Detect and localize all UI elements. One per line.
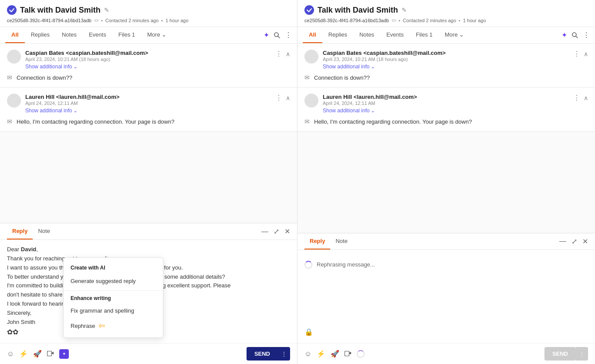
- date-2-left: April 24, 2024, 12:11 AM: [25, 101, 271, 106]
- rocket-icon-right[interactable]: 🚀: [331, 350, 339, 358]
- message-card-1-left: Caspian Bates <caspian.bateshill@mail.co…: [0, 44, 297, 88]
- tab-all-right[interactable]: All: [303, 27, 322, 43]
- generate-reply-item[interactable]: Generate suggested reply: [64, 274, 163, 288]
- right-panel: Talk with David Smith ✎ ce2505d8-392c-4f…: [298, 0, 595, 364]
- tab-more-left[interactable]: More ⌄: [141, 27, 172, 43]
- tab-notes-right[interactable]: Notes: [353, 27, 380, 43]
- avatar-2-right: [304, 94, 318, 108]
- messages-area-left: Caspian Bates <caspian.bateshill@mail.co…: [0, 44, 297, 223]
- emoji-icon-right[interactable]: ☺: [304, 350, 311, 358]
- minimize-icon-left[interactable]: —: [261, 228, 268, 236]
- reply-tab-note-left[interactable]: Note: [33, 223, 55, 239]
- title-icon-right: [304, 5, 314, 15]
- tab-more-right[interactable]: More ⌄: [439, 27, 470, 43]
- send-more-button-left[interactable]: ⋮: [278, 347, 290, 361]
- tab-notes-left[interactable]: Notes: [56, 27, 83, 43]
- reply-content-right: Rephrasing message... 🔒: [298, 250, 595, 343]
- reply-area-right: Reply Note — ⤢ ✕ Rephrasing message... 🔒…: [298, 233, 595, 364]
- rephrase-arrow-icon: ⇦: [98, 321, 105, 330]
- tab-replies-left[interactable]: Replies: [25, 27, 56, 43]
- email-icon-2-left: ✉: [7, 118, 12, 125]
- tab-all-left[interactable]: All: [5, 27, 25, 43]
- kebab-icon-left[interactable]: ⋮: [285, 31, 292, 39]
- search-icon-right[interactable]: [571, 32, 578, 39]
- show-info-1-left[interactable]: Show additional info ⌄: [25, 64, 271, 70]
- edit-icon-left[interactable]: ✎: [104, 7, 109, 13]
- message-card-2-left: Lauren Hill <lauren.hill@mail.com> April…: [0, 88, 297, 131]
- collapse-2-left[interactable]: ∧: [286, 94, 290, 101]
- meta-contacted-left: Contacted 2 minutes ago: [105, 18, 159, 23]
- spinner-icon: [304, 261, 312, 269]
- ai-icon-left[interactable]: ✦: [59, 349, 69, 359]
- ai-dropdown-left: Create with AI Generate suggested reply …: [63, 257, 163, 338]
- show-info-1-right[interactable]: Show additional info ⌄: [323, 64, 569, 70]
- lock-icon-right: 🔒: [304, 327, 588, 338]
- tab-events-right[interactable]: Events: [380, 27, 410, 43]
- video-icon-left[interactable]: [47, 350, 54, 358]
- avatar-1-left: [7, 50, 21, 64]
- reply-tab-reply-left[interactable]: Reply: [7, 223, 33, 239]
- reply-footer-left: ☺ ⚡ 🚀 ✦ SEND ⋮: [0, 343, 297, 364]
- collapse-1-right[interactable]: ∧: [584, 51, 588, 57]
- message-meta-1-left: Caspian Bates <caspian.bateshill@mail.co…: [25, 50, 271, 70]
- rephrase-item[interactable]: Rephrase ⇦: [64, 317, 163, 334]
- sender-2-right: Lauren Hill <lauren.hill@mail.com>: [323, 94, 569, 100]
- rocket-icon-left[interactable]: 🚀: [33, 350, 42, 358]
- search-icon-left[interactable]: [274, 32, 281, 39]
- fix-grammar-item[interactable]: Fix grammar and spelling: [64, 304, 163, 317]
- msg-menu-1-right[interactable]: ⋮: [573, 50, 580, 58]
- sender-1-right: Caspian Bates <caspian.bateshill@mail.co…: [323, 50, 569, 56]
- tab-events-left[interactable]: Events: [83, 27, 112, 43]
- svg-line-4: [576, 36, 578, 38]
- edit-icon-right[interactable]: ✎: [402, 7, 407, 13]
- reply-tab-reply-right[interactable]: Reply: [304, 233, 330, 249]
- pin-icon-left[interactable]: ✦: [264, 31, 269, 39]
- conv-id-right: ce2505d8-392c-4f41-8794-a16bd13adb: [304, 18, 389, 23]
- minimize-icon-right[interactable]: —: [559, 237, 566, 245]
- ai-spinner-footer-right: [357, 350, 365, 358]
- message-body-2-right: ✉ Hello, I'm contacting regarding connec…: [304, 114, 588, 125]
- meta-time-left: 1 hour ago: [166, 18, 189, 23]
- lightning-icon-right[interactable]: ⚡: [317, 350, 325, 358]
- send-button-left[interactable]: SEND: [247, 347, 278, 361]
- date-1-right: April 23, 2024, 10:21 AM (18 hours ago): [323, 57, 569, 62]
- copy-icon-left[interactable]: ▭: [94, 17, 98, 23]
- reply-tab-note-right[interactable]: Note: [330, 233, 352, 249]
- show-info-2-left[interactable]: Show additional info ⌄: [25, 108, 271, 114]
- msg-menu-1-left[interactable]: ⋮: [275, 50, 282, 58]
- close-icon-left[interactable]: ✕: [284, 227, 290, 236]
- pin-icon-right[interactable]: ✦: [561, 31, 567, 39]
- svg-line-1: [278, 36, 280, 38]
- lightning-icon-left[interactable]: ⚡: [19, 350, 28, 358]
- expand-icon-left[interactable]: ⤢: [274, 227, 279, 236]
- collapse-1-left[interactable]: ∧: [286, 51, 290, 57]
- expand-icon-right[interactable]: ⤢: [571, 237, 577, 246]
- close-icon-right[interactable]: ✕: [582, 237, 588, 246]
- tab-files-left[interactable]: Files 1: [112, 27, 141, 43]
- sender-2-left: Lauren Hill <lauren.hill@mail.com>: [25, 94, 271, 100]
- tab-replies-right[interactable]: Replies: [322, 27, 353, 43]
- msg-menu-2-left[interactable]: ⋮: [275, 94, 282, 102]
- video-icon-right[interactable]: [345, 350, 352, 358]
- tab-files-right[interactable]: Files 1: [410, 27, 439, 43]
- meta-time-right: 1 hour ago: [463, 18, 486, 23]
- meta-contacted-right: Contacted 2 minutes ago: [403, 18, 456, 23]
- left-panel-header: Talk with David Smith ✎ ce2505d8-392c-4f…: [0, 0, 297, 27]
- reply-tabs-right: Reply Note — ⤢ ✕: [298, 233, 595, 250]
- create-ai-title: Create with AI: [64, 263, 163, 274]
- kebab-icon-right[interactable]: ⋮: [583, 31, 590, 39]
- title-icon-left: [7, 5, 17, 15]
- message-meta-2-right: Lauren Hill <lauren.hill@mail.com> April…: [323, 94, 569, 114]
- collapse-2-right[interactable]: ∧: [584, 94, 588, 101]
- email-icon-1-right: ✉: [304, 74, 310, 81]
- show-info-2-right[interactable]: Show additional info ⌄: [323, 108, 569, 114]
- sender-1-left: Caspian Bates <caspian.bateshill@mail.co…: [25, 50, 271, 56]
- emoji-icon-left[interactable]: ☺: [7, 350, 14, 358]
- right-panel-title: Talk with David Smith: [318, 6, 398, 15]
- email-icon-1-left: ✉: [7, 74, 12, 81]
- rephrasing-state: Rephrasing message...: [304, 255, 588, 275]
- send-group-left: SEND ⋮: [247, 347, 290, 361]
- send-button-right: SEND: [544, 347, 576, 361]
- msg-menu-2-right[interactable]: ⋮: [573, 94, 580, 102]
- copy-icon-right[interactable]: ▭: [392, 17, 396, 23]
